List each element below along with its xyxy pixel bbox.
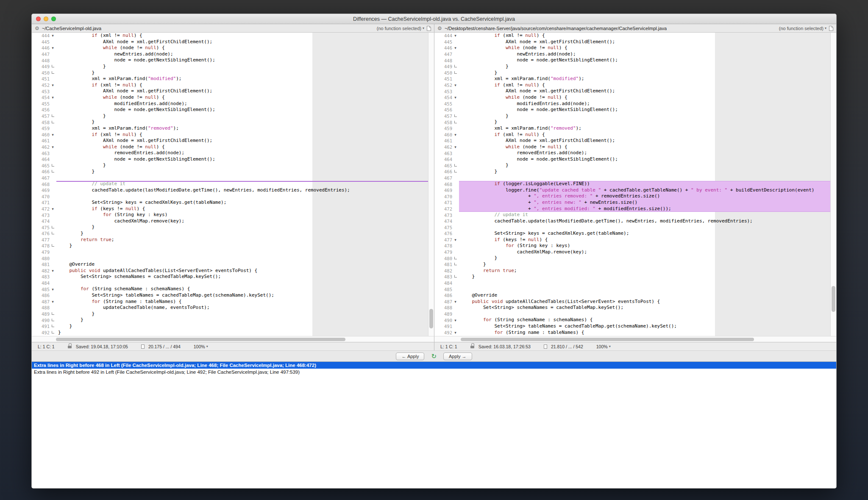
lock-icon[interactable] xyxy=(68,344,72,348)
gear-icon[interactable]: ⚙ xyxy=(437,26,442,31)
fold-end-icon[interactable] xyxy=(50,169,56,175)
fold-end-icon[interactable] xyxy=(50,323,56,330)
fold-open-icon[interactable]: ▾ xyxy=(452,237,459,243)
line-number: 485 xyxy=(42,287,50,292)
fold-end-icon[interactable] xyxy=(50,224,56,231)
gear-icon[interactable]: ⚙ xyxy=(35,26,39,31)
line-number: 492 xyxy=(444,330,452,335)
right-horizontal-scrollbar[interactable] xyxy=(434,336,836,342)
left-vertical-scrollbar[interactable] xyxy=(428,33,434,336)
fold-end-icon[interactable] xyxy=(452,274,459,280)
right-function-selector[interactable]: (no function selected) ▾ xyxy=(779,26,826,31)
left-function-selector[interactable]: (no function selected) ▾ xyxy=(377,26,424,31)
fold-open-icon[interactable]: ▾ xyxy=(50,132,56,138)
document-icon[interactable] xyxy=(427,26,431,31)
fold-open-icon[interactable]: ▾ xyxy=(50,268,56,274)
gutter-row: 455 xyxy=(32,101,56,107)
code-line: modifiedEntries.add(node); xyxy=(459,101,830,107)
fold-open-icon[interactable]: ▾ xyxy=(50,82,56,89)
code-line: + ", entries new: " + newEntries.size() xyxy=(459,200,830,206)
window-title: Differences — CacheServiceImpl-old.java … xyxy=(353,16,515,22)
gutter-row: 488 xyxy=(434,305,459,311)
file-counts: 21.810 / ... / 542 xyxy=(551,344,583,349)
fold-open-icon[interactable]: ▾ xyxy=(50,94,56,101)
minimize-button[interactable] xyxy=(44,17,48,21)
fold-end-icon[interactable] xyxy=(452,64,459,70)
fold-open-icon[interactable]: ▾ xyxy=(452,132,459,138)
fold-end-icon[interactable] xyxy=(452,113,459,119)
close-button[interactable] xyxy=(36,17,41,21)
gutter-row: 478 xyxy=(434,243,459,249)
line-number: 481 xyxy=(444,262,452,267)
fold-end-icon[interactable] xyxy=(50,113,56,119)
line-number: 473 xyxy=(444,213,452,218)
fold-end-icon[interactable] xyxy=(452,70,459,76)
gutter-row: 461 xyxy=(434,138,459,144)
fold-open-icon[interactable]: ▾ xyxy=(50,33,56,39)
fold-open-icon[interactable]: ▾ xyxy=(452,94,459,101)
fold-end-icon[interactable] xyxy=(50,231,56,237)
fold-end-icon[interactable] xyxy=(452,162,459,169)
fold-end-icon[interactable] xyxy=(50,317,56,323)
fold-open-icon[interactable]: ▾ xyxy=(452,45,459,51)
fold-open-icon[interactable]: ▾ xyxy=(452,82,459,89)
sync-icon[interactable]: ↻ xyxy=(431,353,437,359)
fold-end-icon[interactable] xyxy=(50,119,56,125)
gutter-row: 481 xyxy=(32,261,56,268)
apply-right-button[interactable]: Apply → xyxy=(443,353,472,360)
code-line: return true; xyxy=(459,268,830,274)
lock-icon[interactable] xyxy=(470,344,475,348)
pane-headers: ⚙ ~/CacheServiceImpl-old.java (no functi… xyxy=(32,24,836,33)
fold-spacer xyxy=(50,138,56,144)
fold-open-icon[interactable]: ▾ xyxy=(452,33,459,39)
code-line: } xyxy=(56,119,428,125)
scrollbar-thumb[interactable] xyxy=(461,338,754,341)
fold-end-icon[interactable] xyxy=(50,330,56,336)
fold-end-icon[interactable] xyxy=(452,169,459,175)
fold-end-icon[interactable] xyxy=(452,255,459,261)
diff-list-item[interactable]: Extra lines in Right before 492 in Left … xyxy=(32,369,836,375)
right-vertical-scrollbar[interactable] xyxy=(830,33,836,336)
left-code-area[interactable]: if (xml != null) { AXml node = xml.getFi… xyxy=(56,33,428,336)
line-number: 471 xyxy=(444,200,452,205)
code-line: } xyxy=(459,274,830,280)
fold-end-icon[interactable] xyxy=(50,311,56,317)
fold-open-icon[interactable]: ▾ xyxy=(50,299,56,305)
zoom-selector[interactable]: 100% ▾ xyxy=(596,344,611,349)
fold-open-icon[interactable]: ▾ xyxy=(50,144,56,150)
gutter-row: 475 xyxy=(32,224,56,231)
fold-open-icon[interactable]: ▾ xyxy=(452,330,459,336)
line-number: 448 xyxy=(42,58,50,63)
fold-open-icon[interactable]: ▾ xyxy=(50,45,56,51)
zoom-window-button[interactable] xyxy=(51,17,56,21)
scrollbar-thumb[interactable] xyxy=(56,338,345,341)
fold-end-icon[interactable] xyxy=(452,261,459,268)
scrollbar-thumb[interactable] xyxy=(832,286,835,312)
gutter-row: 477 xyxy=(32,237,56,243)
status-bar: L: 1 C: 1 Saved: 19.04.18, 17:10:05 20.1… xyxy=(32,342,836,350)
fold-open-icon[interactable]: ▾ xyxy=(452,299,459,305)
zoom-selector[interactable]: 100% ▾ xyxy=(194,344,208,349)
code-line: } xyxy=(56,311,428,317)
document-stats-icon xyxy=(544,344,547,349)
line-number: 479 xyxy=(444,250,452,255)
fold-end-icon[interactable] xyxy=(50,70,56,76)
fold-open-icon[interactable]: ▾ xyxy=(452,317,459,323)
scrollbar-thumb[interactable] xyxy=(429,309,433,329)
fold-end-icon[interactable] xyxy=(452,119,459,125)
line-number: 455 xyxy=(444,101,452,106)
fold-end-icon[interactable] xyxy=(50,64,56,70)
fold-open-icon[interactable]: ▾ xyxy=(50,286,56,292)
fold-spacer xyxy=(452,57,459,64)
left-code-pane: 444▾445446▾447448449450451452▾453454▾455… xyxy=(32,33,434,336)
fold-open-icon[interactable]: ▾ xyxy=(50,206,56,212)
diff-list-item[interactable]: Extra lines in Right before 468 in Left … xyxy=(32,362,836,369)
apply-left-button[interactable]: ← Apply xyxy=(396,353,424,360)
fold-end-icon[interactable] xyxy=(50,162,56,169)
fold-open-icon[interactable]: ▾ xyxy=(452,144,459,150)
fold-end-icon[interactable] xyxy=(50,243,56,249)
diff-window: Differences — CacheServiceImpl-old.java … xyxy=(31,14,837,489)
document-icon[interactable] xyxy=(829,26,833,31)
right-code-area[interactable]: if (xml != null) { AXml node = xml.getFi… xyxy=(459,33,830,336)
left-horizontal-scrollbar[interactable] xyxy=(32,336,434,342)
